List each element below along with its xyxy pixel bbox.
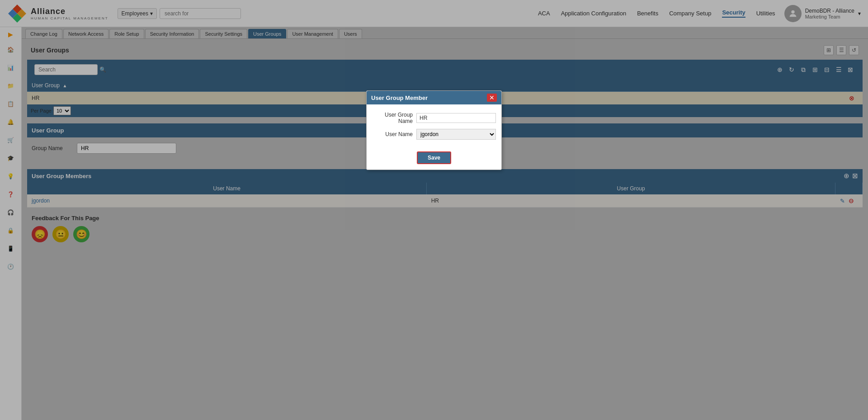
modal-overlay: User Group Member ✕ User Group Name User…: [0, 0, 868, 420]
modal-header: User Group Member ✕: [367, 91, 501, 104]
save-button[interactable]: Save: [417, 151, 451, 164]
user-group-member-modal: User Group Member ✕ User Group Name User…: [366, 90, 502, 170]
modal-user-group-row: User Group Name: [372, 112, 496, 124]
modal-close-button[interactable]: ✕: [487, 94, 497, 102]
modal-title: User Group Member: [371, 94, 428, 101]
modal-user-group-input[interactable]: [416, 113, 496, 123]
modal-username-select[interactable]: jgordon: [416, 129, 496, 140]
modal-user-name-label: User Name: [372, 131, 413, 137]
modal-user-group-label: User Group Name: [372, 112, 413, 124]
modal-user-name-row: User Name jgordon: [372, 129, 496, 140]
modal-footer: Save: [367, 151, 501, 170]
modal-body: User Group Name User Name jgordon: [367, 104, 501, 151]
